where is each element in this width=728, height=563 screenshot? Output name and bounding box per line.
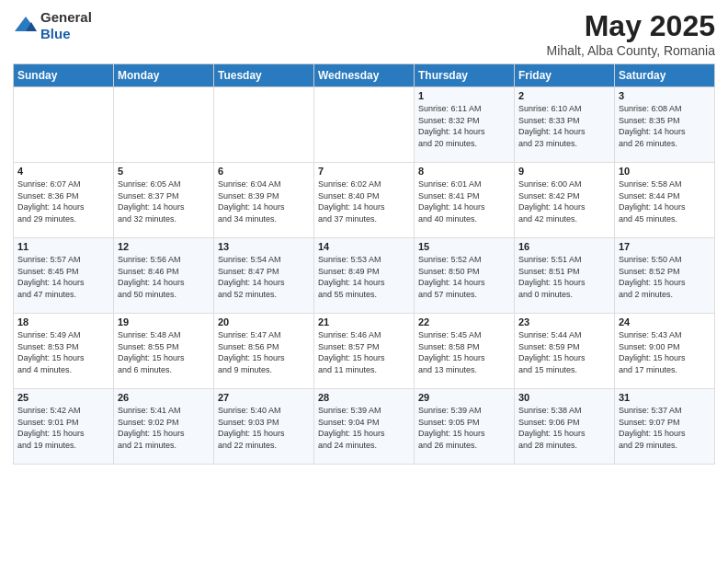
day-cell: 19Sunrise: 5:48 AM Sunset: 8:55 PM Dayli… (114, 314, 214, 389)
month-year: May 2025 (547, 9, 715, 43)
day-cell (314, 87, 415, 163)
day-cell: 31Sunrise: 5:37 AM Sunset: 9:07 PM Dayli… (615, 389, 715, 465)
day-info: Sunrise: 5:48 AM Sunset: 8:55 PM Dayligh… (118, 329, 210, 375)
header-row: General Blue May 2025 Mihalt, Alba Count… (13, 9, 715, 58)
day-info: Sunrise: 6:00 AM Sunset: 8:42 PM Dayligh… (518, 178, 610, 224)
day-info: Sunrise: 5:39 AM Sunset: 9:05 PM Dayligh… (418, 405, 510, 451)
day-number: 7 (318, 166, 410, 177)
week-row-1: 4Sunrise: 6:07 AM Sunset: 8:36 PM Daylig… (14, 163, 715, 238)
calendar-table: SundayMondayTuesdayWednesdayThursdayFrid… (13, 63, 715, 465)
day-number: 6 (218, 166, 310, 177)
logo-general: General (40, 9, 92, 25)
day-number: 19 (118, 316, 210, 327)
day-number: 14 (318, 241, 410, 252)
day-number: 31 (619, 392, 711, 403)
day-info: Sunrise: 5:47 AM Sunset: 8:56 PM Dayligh… (218, 329, 310, 375)
day-number: 8 (418, 166, 510, 177)
day-number: 28 (318, 392, 410, 403)
day-info: Sunrise: 6:05 AM Sunset: 8:37 PM Dayligh… (118, 178, 210, 224)
day-number: 30 (518, 392, 610, 403)
day-number: 9 (518, 166, 610, 177)
day-info: Sunrise: 6:04 AM Sunset: 8:39 PM Dayligh… (218, 178, 310, 224)
day-cell: 22Sunrise: 5:45 AM Sunset: 8:58 PM Dayli… (415, 314, 515, 389)
day-number: 16 (518, 241, 610, 252)
logo: General Blue (13, 9, 92, 42)
day-number: 25 (17, 392, 109, 403)
day-cell: 6Sunrise: 6:04 AM Sunset: 8:39 PM Daylig… (214, 163, 314, 238)
week-row-0: 1Sunrise: 6:11 AM Sunset: 8:32 PM Daylig… (14, 87, 715, 163)
day-number: 2 (518, 90, 610, 101)
col-header-friday: Friday (515, 64, 615, 87)
day-info: Sunrise: 5:44 AM Sunset: 8:59 PM Dayligh… (518, 329, 610, 375)
day-cell: 23Sunrise: 5:44 AM Sunset: 8:59 PM Dayli… (515, 314, 615, 389)
day-info: Sunrise: 5:45 AM Sunset: 8:58 PM Dayligh… (418, 329, 510, 375)
location: Mihalt, Alba County, Romania (547, 43, 715, 58)
day-number: 20 (218, 316, 310, 327)
day-cell: 1Sunrise: 6:11 AM Sunset: 8:32 PM Daylig… (415, 87, 515, 163)
day-cell: 27Sunrise: 5:40 AM Sunset: 9:03 PM Dayli… (214, 389, 314, 465)
day-info: Sunrise: 5:58 AM Sunset: 8:44 PM Dayligh… (619, 178, 711, 224)
day-info: Sunrise: 5:46 AM Sunset: 8:57 PM Dayligh… (318, 329, 410, 375)
day-number: 24 (619, 316, 711, 327)
day-number: 13 (218, 241, 310, 252)
day-info: Sunrise: 6:02 AM Sunset: 8:40 PM Dayligh… (318, 178, 410, 224)
day-cell: 24Sunrise: 5:43 AM Sunset: 9:00 PM Dayli… (615, 314, 715, 389)
day-number: 10 (619, 166, 711, 177)
day-cell: 30Sunrise: 5:38 AM Sunset: 9:06 PM Dayli… (515, 389, 615, 465)
title-block: May 2025 Mihalt, Alba County, Romania (547, 9, 715, 58)
header-row-days: SundayMondayTuesdayWednesdayThursdayFrid… (14, 64, 715, 87)
day-cell: 17Sunrise: 5:50 AM Sunset: 8:52 PM Dayli… (615, 238, 715, 314)
day-cell: 13Sunrise: 5:54 AM Sunset: 8:47 PM Dayli… (214, 238, 314, 314)
day-info: Sunrise: 5:41 AM Sunset: 9:02 PM Dayligh… (118, 405, 210, 451)
day-info: Sunrise: 5:43 AM Sunset: 9:00 PM Dayligh… (619, 329, 711, 375)
day-cell: 26Sunrise: 5:41 AM Sunset: 9:02 PM Dayli… (114, 389, 214, 465)
day-cell (114, 87, 214, 163)
col-header-tuesday: Tuesday (214, 64, 314, 87)
col-header-thursday: Thursday (415, 64, 515, 87)
day-number: 15 (418, 241, 510, 252)
day-cell: 5Sunrise: 6:05 AM Sunset: 8:37 PM Daylig… (114, 163, 214, 238)
day-info: Sunrise: 5:49 AM Sunset: 8:53 PM Dayligh… (17, 329, 109, 375)
day-info: Sunrise: 5:53 AM Sunset: 8:49 PM Dayligh… (318, 254, 410, 300)
week-row-2: 11Sunrise: 5:57 AM Sunset: 8:45 PM Dayli… (14, 238, 715, 314)
day-number: 23 (518, 316, 610, 327)
day-info: Sunrise: 5:54 AM Sunset: 8:47 PM Dayligh… (218, 254, 310, 300)
day-info: Sunrise: 5:52 AM Sunset: 8:50 PM Dayligh… (418, 254, 510, 300)
day-cell: 4Sunrise: 6:07 AM Sunset: 8:36 PM Daylig… (14, 163, 114, 238)
logo-icon (13, 15, 39, 37)
day-number: 5 (118, 166, 210, 177)
day-info: Sunrise: 5:51 AM Sunset: 8:51 PM Dayligh… (518, 254, 610, 300)
day-cell: 25Sunrise: 5:42 AM Sunset: 9:01 PM Dayli… (14, 389, 114, 465)
day-number: 27 (218, 392, 310, 403)
day-number: 12 (118, 241, 210, 252)
logo-blue: Blue (40, 26, 71, 41)
day-cell: 21Sunrise: 5:46 AM Sunset: 8:57 PM Dayli… (314, 314, 415, 389)
col-header-monday: Monday (114, 64, 214, 87)
week-row-3: 18Sunrise: 5:49 AM Sunset: 8:53 PM Dayli… (14, 314, 715, 389)
day-number: 11 (17, 241, 109, 252)
day-cell: 14Sunrise: 5:53 AM Sunset: 8:49 PM Dayli… (314, 238, 415, 314)
day-info: Sunrise: 5:56 AM Sunset: 8:46 PM Dayligh… (118, 254, 210, 300)
day-cell: 8Sunrise: 6:01 AM Sunset: 8:41 PM Daylig… (415, 163, 515, 238)
day-info: Sunrise: 6:10 AM Sunset: 8:33 PM Dayligh… (518, 103, 610, 149)
day-cell (14, 87, 114, 163)
day-info: Sunrise: 5:39 AM Sunset: 9:04 PM Dayligh… (318, 405, 410, 451)
day-cell: 12Sunrise: 5:56 AM Sunset: 8:46 PM Dayli… (114, 238, 214, 314)
day-number: 3 (619, 90, 711, 101)
day-number: 29 (418, 392, 510, 403)
day-number: 4 (17, 166, 109, 177)
day-number: 26 (118, 392, 210, 403)
day-cell: 10Sunrise: 5:58 AM Sunset: 8:44 PM Dayli… (615, 163, 715, 238)
calendar-container: General Blue May 2025 Mihalt, Alba Count… (0, 0, 728, 472)
day-cell: 16Sunrise: 5:51 AM Sunset: 8:51 PM Dayli… (515, 238, 615, 314)
week-row-4: 25Sunrise: 5:42 AM Sunset: 9:01 PM Dayli… (14, 389, 715, 465)
day-info: Sunrise: 6:08 AM Sunset: 8:35 PM Dayligh… (619, 103, 711, 149)
day-cell (214, 87, 314, 163)
day-cell: 2Sunrise: 6:10 AM Sunset: 8:33 PM Daylig… (515, 87, 615, 163)
day-cell: 28Sunrise: 5:39 AM Sunset: 9:04 PM Dayli… (314, 389, 415, 465)
day-info: Sunrise: 5:50 AM Sunset: 8:52 PM Dayligh… (619, 254, 711, 300)
day-number: 22 (418, 316, 510, 327)
day-cell: 20Sunrise: 5:47 AM Sunset: 8:56 PM Dayli… (214, 314, 314, 389)
day-info: Sunrise: 5:57 AM Sunset: 8:45 PM Dayligh… (17, 254, 109, 300)
day-cell: 9Sunrise: 6:00 AM Sunset: 8:42 PM Daylig… (515, 163, 615, 238)
